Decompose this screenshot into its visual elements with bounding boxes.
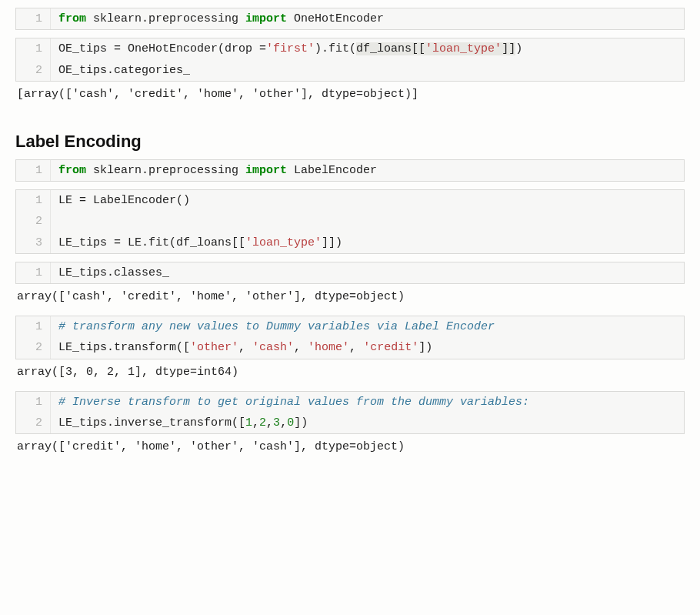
code-line: 1LE_tips.classes_ <box>16 262 684 283</box>
code-cell[interactable]: 1# transform any new values to Dummy var… <box>15 316 685 359</box>
code-content: LE_tips.transform(['other', 'cash', 'hom… <box>51 337 684 358</box>
code-cell[interactable]: 1LE = LabelEncoder()23LE_tips = LE.fit(d… <box>15 189 685 254</box>
cell-output: array(['cash', 'credit', 'home', 'other'… <box>15 284 685 308</box>
code-line: 1# transform any new values to Dummy var… <box>16 316 684 337</box>
code-line: 1from sklearn.preprocessing import Label… <box>16 160 684 181</box>
code-line: 2OE_tips.categories_ <box>16 60 684 81</box>
line-number: 2 <box>16 211 51 232</box>
code-content: LE_tips.classes_ <box>51 262 684 283</box>
line-number: 1 <box>16 38 51 59</box>
code-content: LE = LabelEncoder() <box>51 190 684 211</box>
cell-output: array(['credit', 'home', 'other', 'cash'… <box>15 434 685 458</box>
line-number: 1 <box>16 392 51 413</box>
cell-output: [array(['cash', 'credit', 'home', 'other… <box>15 82 685 105</box>
code-content: # transform any new values to Dummy vari… <box>51 316 684 337</box>
code-line: 3LE_tips = LE.fit(df_loans[['loan_type']… <box>16 232 684 253</box>
code-cell[interactable]: 1# Inverse transform to get original val… <box>15 391 685 435</box>
line-number: 1 <box>16 190 51 211</box>
code-line: 1OE_tips = OneHotEncoder(drop ='first').… <box>16 38 684 59</box>
code-content: OE_tips = OneHotEncoder(drop ='first').f… <box>51 38 684 59</box>
line-number: 2 <box>16 60 51 81</box>
code-content <box>51 211 684 232</box>
code-line: 1LE = LabelEncoder() <box>16 190 684 211</box>
code-cell[interactable]: 1from sklearn.preprocessing import OneHo… <box>15 8 685 30</box>
line-number: 2 <box>16 413 51 433</box>
code-content: LE_tips = LE.fit(df_loans[['loan_type']]… <box>51 232 684 253</box>
code-cell[interactable]: 1LE_tips.classes_ <box>15 262 685 284</box>
line-number: 1 <box>16 8 51 29</box>
code-content: # Inverse transform to get original valu… <box>51 392 684 413</box>
code-content: LE_tips.inverse_transform([1,2,3,0]) <box>51 413 684 433</box>
line-number: 1 <box>16 316 51 337</box>
notebook-document: 1from sklearn.preprocessing import OneHo… <box>15 8 685 458</box>
code-line: 1from sklearn.preprocessing import OneHo… <box>16 8 684 29</box>
line-number: 2 <box>16 337 51 358</box>
code-content: OE_tips.categories_ <box>51 60 684 81</box>
code-content: from sklearn.preprocessing import OneHot… <box>51 8 684 29</box>
code-line: 1# Inverse transform to get original val… <box>16 392 684 413</box>
code-cell[interactable]: 1from sklearn.preprocessing import Label… <box>15 159 685 182</box>
line-number: 1 <box>16 160 51 181</box>
line-number: 1 <box>16 262 51 283</box>
code-cell[interactable]: 1OE_tips = OneHotEncoder(drop ='first').… <box>15 38 685 82</box>
code-line: 2LE_tips.transform(['other', 'cash', 'ho… <box>16 337 684 358</box>
code-content: from sklearn.preprocessing import LabelE… <box>51 160 684 181</box>
cell-output: array([3, 0, 2, 1], dtype=int64) <box>15 359 685 383</box>
line-number: 3 <box>16 232 51 253</box>
code-line: 2 <box>16 211 684 232</box>
code-line: 2LE_tips.inverse_transform([1,2,3,0]) <box>16 413 684 433</box>
section-heading: Label Encoding <box>15 132 685 152</box>
